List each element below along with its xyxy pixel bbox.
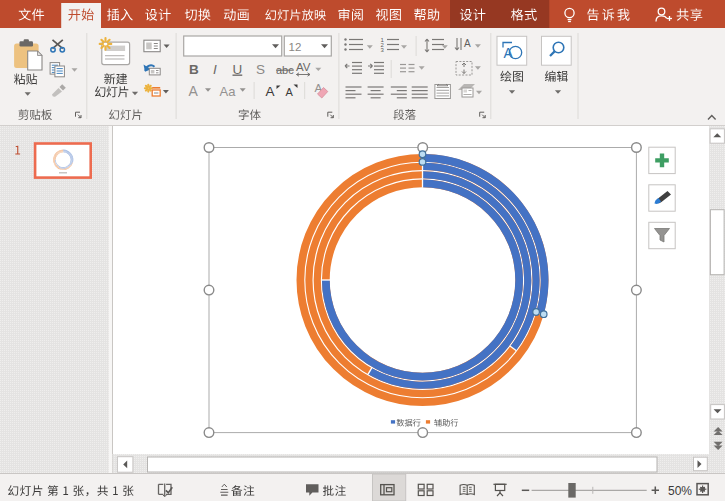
svg-text:A: A	[286, 86, 294, 98]
svg-text:Aa: Aa	[220, 84, 237, 99]
svg-text:A: A	[464, 38, 471, 49]
svg-text:S: S	[256, 62, 265, 77]
svg-text:12: 12	[289, 41, 302, 53]
svg-text:abc: abc	[276, 64, 294, 76]
svg-text:I: I	[213, 62, 217, 77]
svg-text:A: A	[189, 83, 199, 99]
svg-text:B: B	[189, 62, 199, 77]
svg-text:U: U	[233, 62, 243, 77]
svg-text:AV: AV	[296, 61, 311, 73]
svg-text:50%: 50%	[668, 484, 692, 498]
svg-text:A: A	[266, 84, 275, 99]
